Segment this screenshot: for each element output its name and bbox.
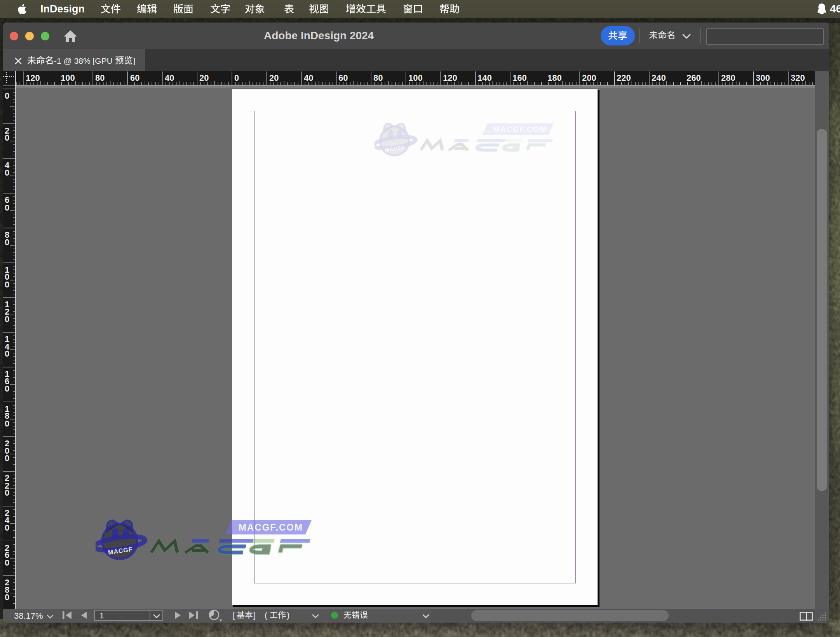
svg-text:0: 0 (5, 280, 9, 289)
svg-text:300: 300 (756, 73, 770, 83)
svg-text:320: 320 (791, 73, 805, 83)
svg-text:160: 160 (512, 73, 527, 83)
svg-text:240: 240 (652, 73, 666, 83)
svg-text:140: 140 (478, 73, 492, 83)
svg-text:100: 100 (408, 73, 423, 83)
svg-text:120: 120 (26, 73, 40, 83)
svg-text:20: 20 (269, 73, 279, 83)
svg-text:180: 180 (547, 73, 562, 83)
svg-text:0: 0 (5, 314, 9, 324)
svg-text:0: 0 (5, 419, 9, 428)
svg-text:120: 120 (443, 73, 457, 83)
svg-text:MACGF.COM: MACGF.COM (239, 522, 303, 533)
svg-text:0: 0 (5, 168, 9, 178)
svg-text:80: 80 (373, 73, 383, 83)
svg-text:60: 60 (130, 73, 139, 83)
svg-text:0: 0 (5, 453, 9, 463)
svg-text:0: 0 (5, 592, 9, 602)
svg-text:220: 220 (617, 73, 631, 83)
svg-text:0: 0 (5, 349, 9, 359)
svg-text:0: 0 (5, 133, 9, 143)
svg-text:0: 0 (5, 237, 9, 247)
svg-text:60: 60 (338, 73, 348, 83)
svg-text:40: 40 (165, 73, 174, 83)
svg-text:40: 40 (304, 73, 313, 83)
svg-text:0: 0 (5, 558, 9, 567)
svg-text:MACGF.COM: MACGF.COM (493, 125, 547, 134)
svg-text:0: 0 (5, 488, 9, 498)
svg-text:0: 0 (5, 384, 9, 393)
svg-text:200: 200 (582, 73, 596, 83)
svg-text:260: 260 (687, 73, 701, 83)
svg-text:0: 0 (5, 91, 9, 101)
svg-text:0: 0 (5, 523, 9, 533)
svg-text:80: 80 (95, 73, 105, 83)
svg-text:0: 0 (234, 73, 239, 83)
svg-text:20: 20 (199, 73, 209, 83)
svg-text:280: 280 (721, 73, 735, 83)
svg-text:100: 100 (61, 73, 75, 83)
svg-text:0: 0 (5, 203, 9, 212)
